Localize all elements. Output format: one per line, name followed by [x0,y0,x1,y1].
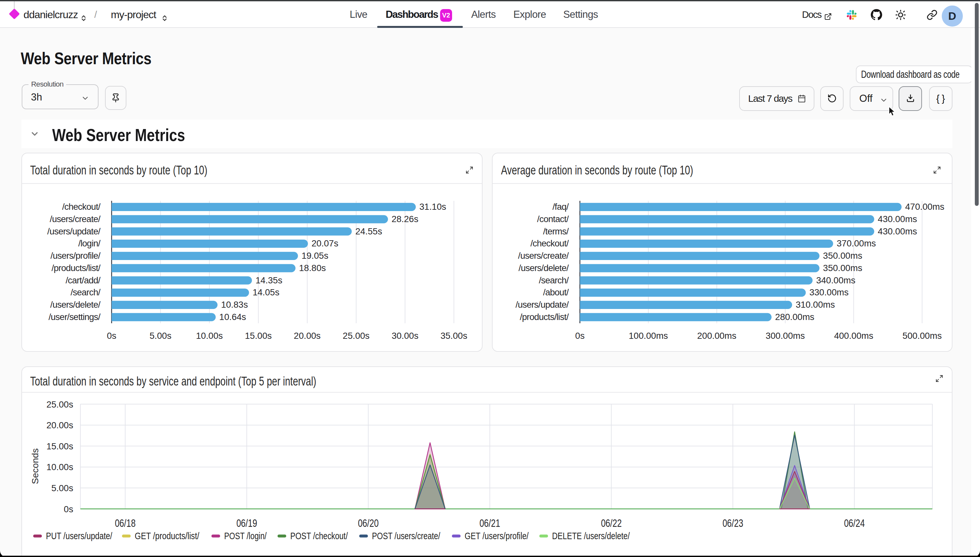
svg-text:POST /checkout/: POST /checkout/ [290,531,348,541]
svg-text:25.00s: 25.00s [343,331,369,341]
svg-text:POST /users/create/: POST /users/create/ [372,531,440,541]
svg-text:14.05s: 14.05s [252,287,280,297]
svg-text:10.00s: 10.00s [196,331,223,341]
svg-text:/products/list/: /products/list/ [52,263,101,273]
svg-text:370.00ms: 370.00ms [837,238,876,248]
svg-text:19.05s: 19.05s [301,251,328,261]
svg-text:35.00s: 35.00s [440,331,467,341]
svg-text:/users/create/: /users/create/ [50,214,101,224]
svg-text:Seconds: Seconds [30,448,40,484]
svg-text:310.00ms: 310.00ms [796,300,835,309]
svg-text:0s: 0s [575,331,585,341]
svg-text:10.83s: 10.83s [221,300,248,309]
svg-text:06/20: 06/20 [358,518,379,529]
svg-text:25.00s: 25.00s [46,399,73,409]
svg-text:24.55s: 24.55s [355,226,382,236]
svg-text:06/22: 06/22 [601,518,622,529]
svg-text:500.00ms: 500.00ms [902,331,942,341]
svg-text:/users/update/: /users/update/ [47,226,101,236]
svg-text:/search/: /search/ [539,275,569,285]
svg-text:350.00ms: 350.00ms [823,263,862,273]
svg-text:/login/: /login/ [78,238,101,248]
svg-text:350.00ms: 350.00ms [823,251,862,261]
svg-text:20.07s: 20.07s [311,238,338,248]
svg-text:/products/list/: /products/list/ [520,312,569,322]
svg-text:06/18: 06/18 [115,518,135,529]
svg-text:/checkout/: /checkout/ [62,202,101,212]
svg-text:18.80s: 18.80s [299,263,326,273]
svg-text:/faq/: /faq/ [553,202,569,212]
svg-text:/contact/: /contact/ [537,214,569,224]
svg-text:06/21: 06/21 [479,518,500,529]
svg-text:GET /products/list/: GET /products/list/ [135,531,199,541]
svg-text:14.35s: 14.35s [255,275,282,285]
svg-text:06/23: 06/23 [722,518,743,529]
svg-text:/users/delete/: /users/delete/ [50,300,101,309]
svg-text:06/24: 06/24 [844,518,865,529]
svg-text:/users/update/: /users/update/ [515,300,569,309]
svg-text:330.00ms: 330.00ms [809,287,848,297]
svg-text:0s: 0s [63,504,73,514]
svg-text:340.00ms: 340.00ms [816,275,855,285]
svg-text:0s: 0s [107,331,116,341]
svg-text:/cart/add/: /cart/add/ [65,275,101,285]
svg-text:300.00ms: 300.00ms [765,331,804,341]
svg-text:DELETE /users/delete/: DELETE /users/delete/ [552,531,630,541]
svg-text:400.00ms: 400.00ms [834,331,873,341]
svg-text:30.00s: 30.00s [392,331,418,341]
svg-text:/user/settings/: /user/settings/ [48,312,101,322]
svg-text:06/19: 06/19 [236,518,257,529]
svg-text:430.00ms: 430.00ms [878,214,917,224]
svg-text:28.26s: 28.26s [392,214,418,224]
svg-text:15.00s: 15.00s [46,441,73,451]
svg-text:280.00ms: 280.00ms [775,312,814,322]
svg-text:POST /login/: POST /login/ [224,531,267,541]
svg-text:/about/: /about/ [543,287,569,297]
svg-text:PUT /users/update/: PUT /users/update/ [46,531,112,541]
svg-text:200.00ms: 200.00ms [697,331,736,341]
svg-text:20.00s: 20.00s [294,331,320,341]
svg-text:5.00s: 5.00s [150,331,171,341]
svg-text:GET /users/profile/: GET /users/profile/ [465,531,528,541]
svg-text:/search/: /search/ [70,287,101,297]
svg-text:10.64s: 10.64s [219,312,246,322]
svg-text:5.00s: 5.00s [51,483,73,493]
svg-text:430.00ms: 430.00ms [878,226,917,236]
svg-text:100.00ms: 100.00ms [629,331,668,341]
svg-text:15.00s: 15.00s [245,331,271,341]
svg-text:/terms/: /terms/ [543,226,569,236]
svg-text:/checkout/: /checkout/ [530,238,569,248]
svg-text:/users/profile/: /users/profile/ [50,251,101,261]
svg-text:31.10s: 31.10s [419,202,446,212]
svg-text:10.00s: 10.00s [46,462,73,472]
svg-text:/users/create/: /users/create/ [518,251,569,261]
svg-text:20.00s: 20.00s [46,420,73,430]
svg-text:/users/delete/: /users/delete/ [518,263,569,273]
svg-text:470.00ms: 470.00ms [905,202,944,212]
